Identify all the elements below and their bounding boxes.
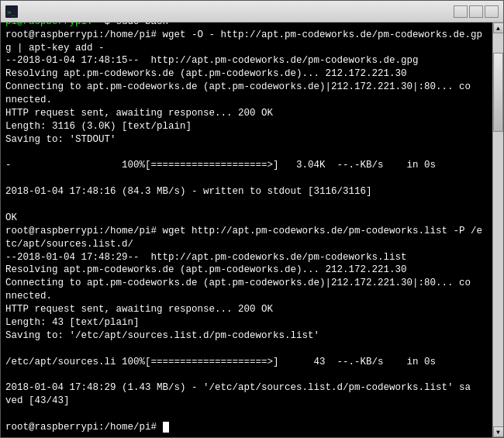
scrollbar[interactable]: ▲ ▼ bbox=[492, 22, 503, 437]
terminal-icon: >_ bbox=[5, 5, 18, 18]
titlebar-left: >_ bbox=[5, 5, 21, 18]
scrollbar-track[interactable] bbox=[493, 33, 503, 426]
scrollbar-up-button[interactable]: ▲ bbox=[493, 22, 504, 33]
minimize-button[interactable] bbox=[454, 5, 468, 18]
svg-text:>_: >_ bbox=[7, 9, 16, 16]
titlebar: >_ bbox=[1, 1, 503, 22]
terminal-window: >_ Log file is /home/pi/.vnc/raspberrypi… bbox=[0, 0, 504, 438]
maximize-button[interactable] bbox=[469, 5, 483, 18]
terminal-output[interactable]: Log file is /home/pi/.vnc/raspberrypi:1.… bbox=[1, 22, 492, 437]
close-button[interactable] bbox=[485, 5, 499, 18]
titlebar-controls bbox=[454, 5, 499, 18]
scrollbar-down-button[interactable]: ▼ bbox=[493, 426, 504, 437]
scrollbar-thumb[interactable] bbox=[493, 53, 503, 131]
terminal-area: Log file is /home/pi/.vnc/raspberrypi:1.… bbox=[1, 22, 503, 437]
